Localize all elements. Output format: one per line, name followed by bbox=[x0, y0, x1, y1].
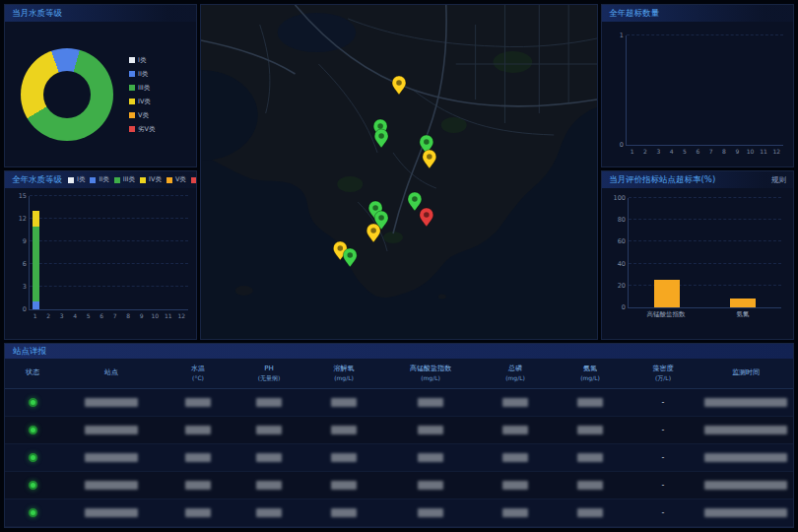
column-header: 氨氮(mg/L) bbox=[553, 365, 628, 382]
panel-year-grade: 全年水质等级 I类II类III类IV类V类劣V类 03691215 123456… bbox=[4, 170, 197, 340]
redacted-value bbox=[331, 481, 357, 490]
x-axis-tick: 3 bbox=[55, 310, 69, 319]
legend-item[interactable]: IV类 bbox=[129, 98, 155, 106]
redacted-value bbox=[85, 481, 138, 490]
bar[interactable] bbox=[654, 280, 680, 307]
redacted-value bbox=[704, 453, 787, 462]
stacked-bar[interactable] bbox=[165, 196, 171, 309]
map-panel[interactable] bbox=[200, 4, 598, 340]
x-axis-tick: 4 bbox=[665, 146, 678, 155]
table-cell bbox=[698, 508, 793, 517]
y-axis-tick: 12 bbox=[11, 215, 27, 223]
year-exceed-chart[interactable]: 01 123456789101112 bbox=[602, 35, 793, 155]
table-cell bbox=[5, 508, 60, 517]
redacted-value bbox=[256, 426, 282, 434]
table-cell: - bbox=[628, 453, 698, 462]
legend-swatch bbox=[140, 177, 146, 183]
table-row[interactable]: - bbox=[5, 472, 793, 499]
table-cell bbox=[698, 398, 793, 407]
legend-item[interactable]: I类 bbox=[129, 56, 155, 65]
stacked-bar[interactable] bbox=[152, 196, 159, 309]
table-cell: - bbox=[628, 426, 698, 434]
status-indicator bbox=[29, 426, 37, 434]
column-header: PH(无量纲) bbox=[233, 365, 304, 382]
stacked-bar[interactable] bbox=[99, 196, 105, 309]
redacted-value bbox=[704, 508, 787, 517]
table-cell bbox=[383, 481, 478, 490]
legend-item[interactable]: II类 bbox=[129, 70, 155, 79]
column-header: 状态 bbox=[5, 368, 60, 377]
x-axis-tick: 5 bbox=[82, 310, 96, 319]
redacted-value bbox=[502, 398, 528, 407]
stacked-bar[interactable] bbox=[33, 196, 39, 309]
stacked-bar[interactable] bbox=[46, 196, 53, 309]
x-axis-tick: 9 bbox=[135, 310, 149, 319]
table-cell bbox=[304, 453, 383, 462]
city-map[interactable] bbox=[201, 5, 597, 339]
table-cell bbox=[383, 426, 478, 434]
redacted-value bbox=[502, 481, 528, 490]
table-row[interactable]: - bbox=[5, 444, 793, 472]
redacted-value bbox=[185, 453, 211, 462]
table-row[interactable]: - bbox=[5, 499, 793, 527]
legend-item[interactable]: V类 bbox=[129, 111, 155, 120]
legend-label: III类 bbox=[138, 84, 150, 93]
x-axis-tick: 2 bbox=[638, 146, 651, 155]
stacked-bar[interactable] bbox=[139, 196, 146, 309]
x-axis-tick: 1 bbox=[626, 146, 638, 155]
y-axis-tick: 6 bbox=[11, 260, 27, 268]
legend-item[interactable]: IV类 bbox=[140, 175, 162, 184]
table-cell bbox=[553, 481, 628, 490]
column-header: 溶解氧(mg/L) bbox=[304, 365, 383, 382]
y-axis-tick: 9 bbox=[11, 237, 27, 245]
stacked-bar[interactable] bbox=[125, 196, 132, 309]
year-grade-chart[interactable]: 03691215 123456789101112 bbox=[5, 196, 196, 319]
panel-month-rate: 当月评价指标站点超标率(%) 规则 020406080100 高锰酸盐指数氨氮 bbox=[601, 170, 794, 340]
x-axis-tick: 11 bbox=[757, 146, 769, 155]
month-grade-donut[interactable] bbox=[21, 48, 113, 141]
redacted-value bbox=[85, 398, 138, 407]
stacked-bar[interactable] bbox=[72, 196, 79, 309]
stacked-bar[interactable] bbox=[178, 196, 185, 309]
legend-item[interactable]: V类 bbox=[166, 175, 186, 184]
table-cell bbox=[163, 481, 233, 490]
redacted-value bbox=[418, 426, 443, 434]
legend-item[interactable]: III类 bbox=[114, 175, 135, 184]
redacted-value bbox=[502, 426, 528, 434]
stacked-bar[interactable] bbox=[86, 196, 93, 309]
table-cell bbox=[698, 481, 793, 490]
table-row[interactable]: - bbox=[5, 417, 793, 444]
table-cell bbox=[553, 398, 628, 407]
redacted-value bbox=[577, 426, 603, 434]
table-cell bbox=[383, 453, 478, 462]
legend-item[interactable]: I类 bbox=[68, 175, 85, 184]
legend-item[interactable]: 劣V类 bbox=[191, 175, 197, 184]
redacted-value bbox=[256, 508, 282, 517]
bar-segment bbox=[33, 301, 39, 309]
y-axis-tick: 1 bbox=[608, 32, 624, 39]
legend-swatch bbox=[90, 177, 96, 183]
month-rate-chart[interactable]: 020406080100 高锰酸盐指数氨氮 bbox=[602, 198, 793, 319]
redacted-value bbox=[331, 426, 357, 434]
table-cell bbox=[478, 481, 553, 490]
table-cell bbox=[233, 453, 304, 462]
redacted-value bbox=[331, 508, 357, 517]
redacted-value bbox=[704, 398, 787, 407]
legend-item[interactable]: 劣V类 bbox=[129, 125, 155, 134]
status-indicator bbox=[29, 398, 37, 407]
bar[interactable] bbox=[730, 299, 756, 307]
legend-item[interactable]: II类 bbox=[90, 175, 108, 184]
x-axis-tick: 8 bbox=[717, 146, 730, 155]
x-axis-tick: 12 bbox=[175, 310, 189, 319]
stacked-bar[interactable] bbox=[59, 196, 66, 309]
stacked-bar[interactable] bbox=[112, 196, 119, 309]
table-row[interactable]: - bbox=[5, 389, 793, 417]
x-axis-tick: 10 bbox=[744, 146, 757, 155]
redacted-value bbox=[704, 481, 787, 490]
legend-item[interactable]: III类 bbox=[129, 84, 155, 93]
legend-swatch bbox=[68, 177, 74, 183]
table-cell bbox=[60, 453, 163, 462]
rules-link[interactable]: 规则 bbox=[771, 175, 786, 185]
table-cell bbox=[5, 453, 60, 462]
legend-swatch bbox=[129, 126, 135, 132]
